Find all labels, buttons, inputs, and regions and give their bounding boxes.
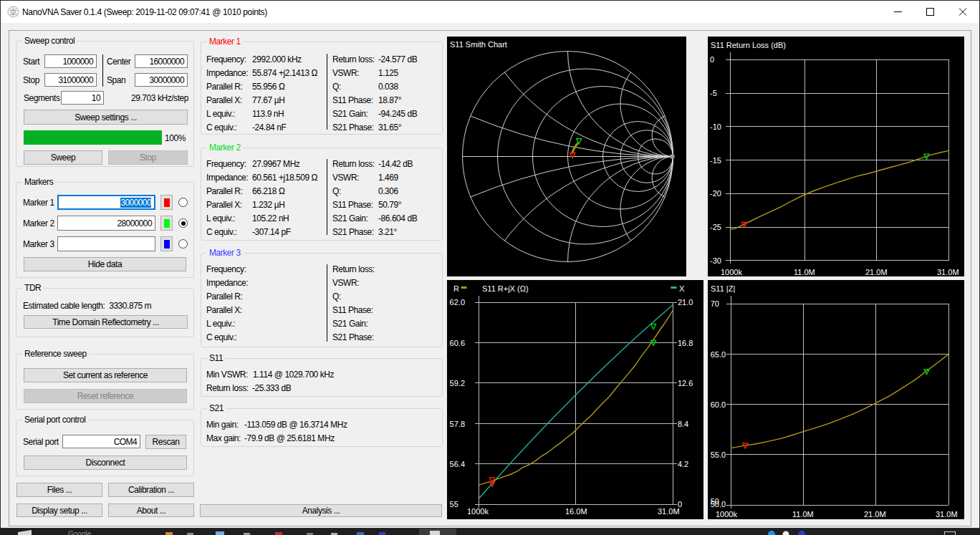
svg-text:-20: -20 xyxy=(710,189,721,198)
svg-text:56.4: 56.4 xyxy=(450,460,465,468)
svg-text:55: 55 xyxy=(450,500,458,509)
svg-text:16.0M: 16.0M xyxy=(565,507,587,516)
svg-text:70: 70 xyxy=(711,299,719,308)
svg-text:21.0M: 21.0M xyxy=(864,510,886,519)
svg-text:31.0M: 31.0M xyxy=(936,510,958,519)
svg-text:-30: -30 xyxy=(710,256,721,265)
svg-text:55.0: 55.0 xyxy=(711,450,726,459)
svg-text:60.6: 60.6 xyxy=(450,339,465,347)
svg-text:62.0: 62.0 xyxy=(450,298,465,307)
svg-text:-5: -5 xyxy=(710,89,717,97)
svg-text:X: X xyxy=(679,284,685,293)
svg-text:65.0: 65.0 xyxy=(711,350,726,359)
svg-text:-15: -15 xyxy=(710,156,721,165)
svg-text:59.2: 59.2 xyxy=(450,379,465,387)
svg-text:S11 R+jX (Ω): S11 R+jX (Ω) xyxy=(482,284,529,293)
svg-text:11.0M: 11.0M xyxy=(792,510,814,519)
svg-text:S11 Smith Chart: S11 Smith Chart xyxy=(450,40,507,49)
svg-text:21.0M: 21.0M xyxy=(865,268,888,276)
svg-text:4.2: 4.2 xyxy=(678,460,688,468)
svg-text:0: 0 xyxy=(710,55,714,64)
svg-text:Google: Google xyxy=(68,530,92,535)
svg-text:R: R xyxy=(453,284,459,293)
svg-text:31.0M: 31.0M xyxy=(937,268,959,276)
svg-text:1000k: 1000k xyxy=(467,507,489,516)
svg-text:8.4: 8.4 xyxy=(678,420,688,428)
svg-text:21.0: 21.0 xyxy=(678,298,693,307)
svg-text:1000k: 1000k xyxy=(721,268,742,276)
svg-text:1000k: 1000k xyxy=(716,510,737,519)
svg-text:S11 |Z|: S11 |Z| xyxy=(711,284,735,293)
svg-text:57.8: 57.8 xyxy=(450,420,465,428)
svg-text:11.0M: 11.0M xyxy=(794,268,815,276)
svg-text:60.0: 60.0 xyxy=(711,400,726,409)
svg-text:50.0: 50.0 xyxy=(711,500,726,509)
svg-text:16.8: 16.8 xyxy=(678,339,693,347)
svg-text:31.0M: 31.0M xyxy=(658,507,680,516)
svg-text:-10: -10 xyxy=(710,122,721,131)
svg-text:12.6: 12.6 xyxy=(678,379,693,387)
svg-text:S11 Return Loss (dB): S11 Return Loss (dB) xyxy=(711,41,786,49)
svg-text:-25: -25 xyxy=(710,223,721,231)
